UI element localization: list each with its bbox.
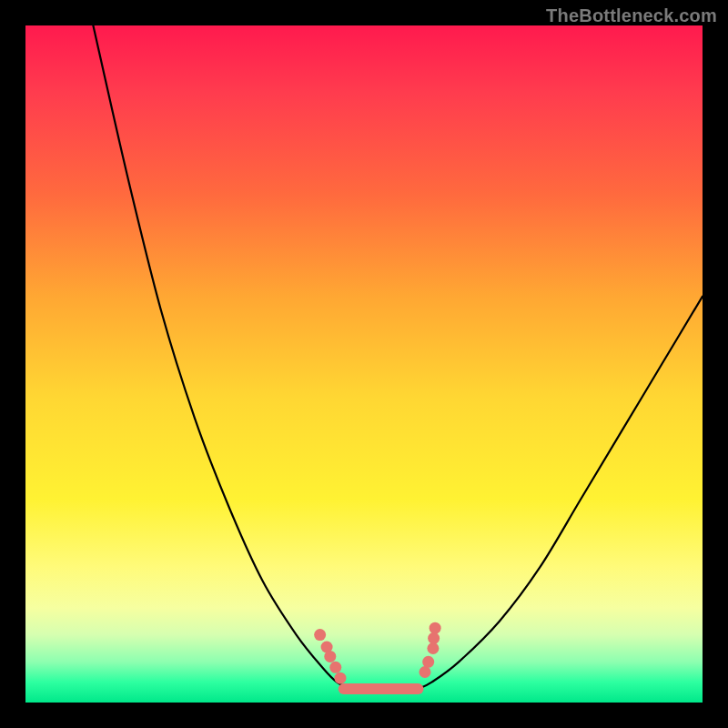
marker-left [314,629,326,641]
marker-right [419,666,430,678]
left-curve [93,25,350,689]
marker-right [430,622,441,634]
right-curve [419,297,703,690]
marker-left [329,662,341,673]
marker-right [427,642,439,654]
bottleneck-curve-plot [25,25,703,703]
marker-left [324,651,336,662]
chart-frame [25,25,703,703]
marker-right [428,632,440,644]
marker-left [334,672,346,684]
watermark-text: TheBottleneck.com [546,5,717,26]
marker-right [422,656,434,668]
